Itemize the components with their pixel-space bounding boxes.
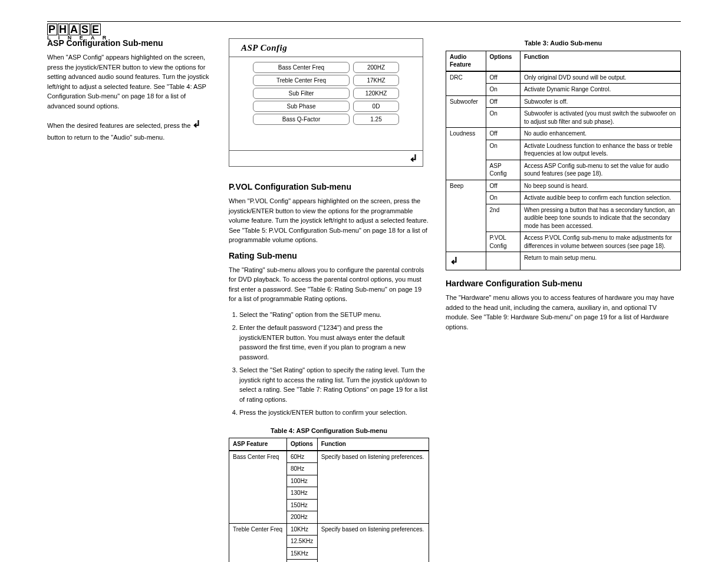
asp-label[interactable]: Bass Center Freq xyxy=(253,62,350,73)
option-cell: 10KHz xyxy=(286,523,317,535)
table-row: BeepOffNo beep sound is heard. xyxy=(446,180,681,192)
option-cell: 150Hz xyxy=(286,499,317,511)
option-cell: 17.5KHz xyxy=(286,560,317,563)
asp-value[interactable]: 1.25 xyxy=(353,114,399,125)
option-cell: On xyxy=(486,192,520,204)
option-cell: 15KHz xyxy=(286,547,317,560)
brand-logo: P H A S E L I N E A R xyxy=(47,24,110,40)
option-cell: ASP Config xyxy=(486,160,520,180)
table-header: Options xyxy=(286,438,317,451)
table3: Audio FeatureOptionsFunctionDRCOffOnly o… xyxy=(446,51,681,271)
logo-char: H xyxy=(58,24,68,35)
feature-cell: Bass Center Freq xyxy=(229,451,287,524)
rating-heading: Rating Sub-menu xyxy=(229,251,429,260)
function-cell: Access P.VOL Config sub-menu to make adj… xyxy=(520,232,680,252)
function-cell: Only original DVD sound will be output. xyxy=(520,71,680,84)
asp-panel-title: ASP Config xyxy=(229,39,423,57)
function-cell: Specify based on listening preferences. xyxy=(317,523,429,562)
asp-value[interactable]: 0D xyxy=(353,101,399,112)
asp-config-para1: When "ASP Config" appears highlighted on… xyxy=(47,52,212,111)
feature-cell: Treble Center Freq xyxy=(229,523,287,562)
pvol-heading: P.VOL Configuration Sub-menu xyxy=(229,182,429,191)
logo-char: S xyxy=(80,24,90,35)
middle-column: ASP Config Bass Center Freq 200HZ Treble… xyxy=(229,38,429,562)
back-icon[interactable]: ↲ xyxy=(409,153,418,164)
feature-cell: DRC xyxy=(446,71,486,96)
table-row: SubwooferOffSubwoofer is off. xyxy=(446,95,681,108)
option-cell: Off xyxy=(486,71,520,84)
function-cell: Subwoofer is off. xyxy=(520,95,680,108)
logo-char: P xyxy=(47,24,57,35)
back-icon: ↲ xyxy=(192,117,201,131)
asp-value[interactable]: 120KHZ xyxy=(353,88,399,99)
rating-para: The "Rating" sub-menu allows you to conf… xyxy=(229,265,429,304)
table-row: Treble Center Freq10KHzSpecify based on … xyxy=(229,523,429,535)
feature-cell: ↲ xyxy=(446,252,486,270)
table-row: LoudnessOffNo audio enhancement. xyxy=(446,128,681,140)
logo-char: A xyxy=(69,24,80,35)
option-cell: 60Hz xyxy=(286,451,317,463)
feature-cell: Subwoofer xyxy=(446,95,486,128)
asp-panel-footer: ↲ xyxy=(229,151,423,166)
pvol-para: When "P.VOL Config" appears highlighted … xyxy=(229,196,429,245)
option-cell: 100Hz xyxy=(286,475,317,487)
asp-row: Bass Center Freq 200HZ xyxy=(237,62,415,73)
asp-row: Sub Phase 0D xyxy=(237,101,415,112)
function-cell: Activate Dynamic Range Control. xyxy=(520,84,680,96)
asp-label[interactable]: Sub Phase xyxy=(253,101,350,112)
header-rule xyxy=(47,21,681,22)
table3-caption: Table 3: Audio Sub-menu xyxy=(446,38,681,48)
function-cell: No beep sound is heard. xyxy=(520,180,680,192)
hardware-para: The "Hardware" menu allows you to access… xyxy=(446,293,681,332)
feature-cell: Beep xyxy=(446,180,486,252)
option-cell: 80Hz xyxy=(286,463,317,475)
left-column: ASP Configuration Sub-menu When "ASP Con… xyxy=(47,38,212,562)
option-cell: 2nd xyxy=(486,204,520,232)
table-header: Function xyxy=(317,438,429,451)
asp-panel-body: Bass Center Freq 200HZ Treble Center Fre… xyxy=(229,57,423,151)
function-cell: Access ASP Config sub-menu to set the va… xyxy=(520,160,680,180)
logo-char: E xyxy=(91,24,101,35)
rating-step: Select the "Rating" option from the SETU… xyxy=(239,310,429,320)
asp-label[interactable]: Sub Filter xyxy=(253,88,350,99)
function-cell: When pressing a button that has a second… xyxy=(520,204,680,232)
asp-label[interactable]: Treble Center Freq xyxy=(253,75,350,86)
table4: ASP FeatureOptionsFunctionBass Center Fr… xyxy=(229,438,429,562)
rating-steps: Select the "Rating" option from the SETU… xyxy=(239,310,429,418)
function-cell: No audio enhancement. xyxy=(520,128,680,140)
right-column: Table 3: Audio Sub-menu Audio FeatureOpt… xyxy=(446,38,681,562)
content-columns: ASP Configuration Sub-menu When "ASP Con… xyxy=(47,38,681,562)
asp-config-panel: ASP Config Bass Center Freq 200HZ Treble… xyxy=(229,38,423,167)
option-cell: Off xyxy=(486,128,520,140)
table-header: Options xyxy=(486,51,520,71)
asp-row: Sub Filter 120KHZ xyxy=(237,88,415,99)
asp-label[interactable]: Bass Q-Factor xyxy=(253,114,350,125)
function-cell: Return to main setup menu. xyxy=(520,252,680,270)
asp-row: Bass Q-Factor 1.25 xyxy=(237,114,415,125)
rating-step: Press the joystick/ENTER button to confi… xyxy=(239,408,429,418)
option-cell xyxy=(486,252,520,270)
table-header: ASP Feature xyxy=(229,438,287,451)
function-cell: Subwoofer is activated (you must switch … xyxy=(520,108,680,128)
asp-value[interactable]: 17KHZ xyxy=(353,75,399,86)
option-cell: On xyxy=(486,108,520,128)
table4-caption: Table 4: ASP Configuration Sub-menu xyxy=(229,426,429,436)
table-header: Function xyxy=(520,51,680,71)
option-cell: P.VOL Config xyxy=(486,232,520,252)
page: P H A S E L I N E A R ASP Configuration … xyxy=(0,0,728,562)
table-header: Audio Feature xyxy=(446,51,486,71)
back-icon: ↲ xyxy=(450,254,459,267)
logo-subtext: L I N E A R xyxy=(47,35,110,40)
asp-config-para2: When the desired features are selected, … xyxy=(47,117,212,143)
option-cell: 12.5KHz xyxy=(286,535,317,548)
function-cell: Activate Loudness function to enhance th… xyxy=(520,140,680,160)
table-row: Bass Center Freq60HzSpecify based on lis… xyxy=(229,451,429,463)
function-cell: Activate audible beep to confirm each fu… xyxy=(520,192,680,204)
table-row: DRCOffOnly original DVD sound will be ou… xyxy=(446,71,681,84)
rating-step: Enter the default password ("1234") and … xyxy=(239,323,429,362)
rating-step: Select the "Set Rating" option to specif… xyxy=(239,365,429,404)
asp-value[interactable]: 200HZ xyxy=(353,62,399,73)
option-cell: 130Hz xyxy=(286,487,317,500)
option-cell: On xyxy=(486,84,520,96)
option-cell: 200Hz xyxy=(286,511,317,524)
